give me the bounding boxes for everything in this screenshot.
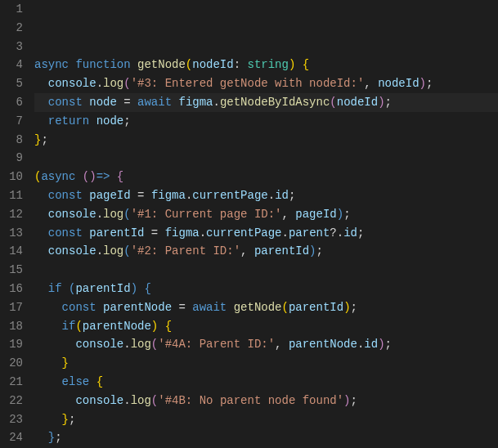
- code-token: await: [137, 96, 178, 109]
- code-line[interactable]: };: [34, 131, 498, 150]
- code-line[interactable]: };: [34, 410, 498, 429]
- code-area[interactable]: async function getNode(nodeId: string) {…: [34, 0, 498, 448]
- code-token: [34, 244, 48, 258]
- line-number: 24: [0, 428, 23, 447]
- code-token: {: [144, 282, 150, 295]
- code-token: parentNode: [289, 338, 357, 351]
- code-token: ;: [351, 394, 357, 407]
- line-number: 11: [0, 186, 23, 205]
- code-token: {: [303, 58, 309, 71]
- code-token: '#2: Parent ID:': [131, 244, 240, 258]
- code-token: (: [282, 301, 289, 314]
- code-token: const: [62, 301, 103, 314]
- code-line[interactable]: console.log('#2: Parent ID:', parentId);: [34, 242, 498, 261]
- line-number: 19: [0, 335, 23, 354]
- line-number: 20: [0, 354, 23, 373]
- line-number: 4: [0, 56, 23, 74]
- code-line[interactable]: const parentId = figma.currentPage.paren…: [34, 224, 498, 243]
- code-token: return: [48, 114, 96, 128]
- line-number: 23: [0, 410, 23, 429]
- code-token: (: [123, 244, 130, 258]
- code-editor[interactable]: 123456789101112131415161718192021222324 …: [0, 0, 498, 448]
- code-token: =: [131, 189, 151, 202]
- code-line[interactable]: (async ()=> {: [34, 168, 498, 186]
- code-token: getNodeByIdAsync: [220, 96, 330, 109]
- code-token: console: [48, 208, 96, 221]
- code-token: ): [378, 338, 384, 351]
- code-token: parentId: [254, 244, 309, 258]
- line-number: 21: [0, 373, 23, 392]
- code-token: (: [123, 208, 130, 221]
- code-line[interactable]: const parentNode = await getNode(parentI…: [34, 298, 498, 317]
- code-token: string: [248, 58, 289, 71]
- line-number: 18: [0, 317, 23, 336]
- code-token: (: [186, 58, 192, 71]
- code-token: parentId: [75, 282, 130, 295]
- code-token: const: [48, 226, 89, 240]
- code-token: id: [343, 226, 357, 240]
- code-token: (): [83, 170, 96, 183]
- code-token: '#1: Current page ID:': [131, 208, 282, 221]
- code-token: nodeId: [378, 77, 419, 90]
- code-token: ): [343, 394, 350, 407]
- code-line[interactable]: [34, 261, 498, 280]
- code-line[interactable]: };: [34, 428, 498, 447]
- code-token: [34, 431, 48, 444]
- code-token: id: [364, 338, 378, 351]
- line-number: 7: [0, 112, 23, 131]
- code-line[interactable]: if (parentId) {: [34, 280, 498, 298]
- code-line[interactable]: [34, 149, 498, 168]
- code-token: [34, 413, 62, 426]
- code-token: ): [131, 282, 145, 295]
- code-token: ): [419, 77, 426, 90]
- code-token: {: [117, 170, 123, 183]
- code-token: [34, 375, 62, 388]
- code-token: log: [103, 208, 123, 221]
- code-token: .: [123, 338, 130, 351]
- code-line[interactable]: if(parentNode) {: [34, 317, 498, 336]
- code-token: ,: [364, 77, 378, 90]
- code-token: }: [62, 413, 69, 426]
- code-token: if: [48, 282, 69, 295]
- code-line[interactable]: }: [34, 354, 498, 373]
- code-token: [34, 301, 62, 314]
- code-line[interactable]: return node;: [34, 112, 498, 131]
- code-token: log: [131, 394, 151, 407]
- code-lines: async function getNode(nodeId: string) {…: [34, 56, 498, 448]
- code-token: async: [34, 58, 75, 71]
- code-line[interactable]: console.log('#4B: No parent node found')…: [34, 392, 498, 410]
- code-token: =: [117, 96, 137, 109]
- code-token: id: [275, 189, 289, 202]
- code-line[interactable]: console.log('#3: Entered getNode with no…: [34, 74, 498, 93]
- code-token: parentNode: [103, 301, 172, 314]
- code-line[interactable]: const pageId = figma.currentPage.id;: [34, 186, 498, 205]
- code-token: ;: [69, 413, 75, 426]
- code-line[interactable]: console.log('#4A: Parent ID:', parentNod…: [34, 335, 498, 354]
- code-token: else: [62, 375, 96, 388]
- code-token: parent: [289, 226, 330, 240]
- code-token: node: [89, 96, 117, 109]
- code-token: ;: [123, 114, 130, 128]
- line-number: 13: [0, 224, 23, 243]
- code-token: if: [62, 320, 76, 333]
- line-number: 22: [0, 392, 23, 410]
- code-token: .: [96, 244, 103, 258]
- code-token: {: [96, 375, 103, 388]
- line-number: 2: [0, 19, 23, 38]
- code-token: figma: [178, 96, 213, 109]
- code-line[interactable]: console.log('#1: Current page ID:', page…: [34, 205, 498, 224]
- line-number: 1: [0, 0, 23, 19]
- code-line[interactable]: const node = await figma.getNodeByIdAsyn…: [34, 93, 498, 112]
- code-token: log: [103, 77, 123, 90]
- code-token: console: [48, 244, 96, 258]
- code-token: .: [268, 189, 275, 202]
- code-line[interactable]: async function getNode(nodeId: string) {: [34, 56, 498, 74]
- code-token: '#4A: Parent ID:': [158, 338, 275, 351]
- line-number: 15: [0, 261, 23, 280]
- code-token: [34, 394, 75, 407]
- code-token: (: [123, 77, 130, 90]
- line-number-gutter: 123456789101112131415161718192021222324: [0, 0, 34, 448]
- code-line[interactable]: else {: [34, 373, 498, 392]
- code-token: nodeId: [337, 96, 378, 109]
- code-token: currentPage: [206, 226, 281, 240]
